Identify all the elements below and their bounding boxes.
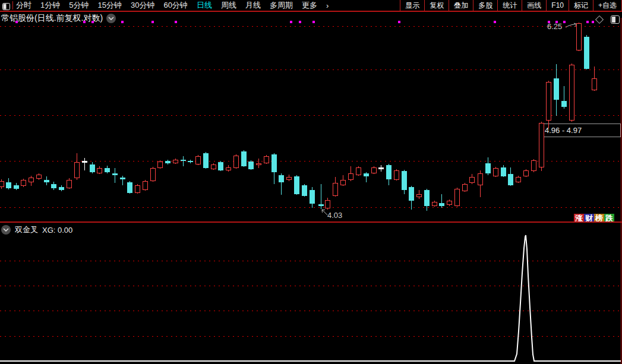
toolbar-button[interactable]: +自选 (593, 0, 622, 11)
candle (0, 181, 4, 187)
signal-marker (563, 21, 566, 23)
period-tab[interactable]: 1分钟 (40, 0, 60, 11)
signal-marker (299, 21, 301, 23)
top-toolbar: 分时1分钟5分钟15分钟30分钟60分钟日线周线月线多周期更多› 显示复权叠加多… (0, 0, 622, 12)
candle (592, 78, 597, 90)
candle (157, 162, 163, 168)
signal-marker (15, 21, 18, 23)
period-tab[interactable]: 5分钟 (69, 0, 89, 11)
candle-wick (115, 168, 115, 183)
candle (318, 204, 324, 206)
candle (67, 180, 72, 188)
candle (508, 174, 513, 185)
candle (378, 167, 384, 169)
candle (576, 23, 582, 50)
candle (14, 185, 19, 189)
toolbar-button[interactable]: 多股 (473, 0, 497, 11)
split-view-icon[interactable] (611, 15, 620, 26)
xg-signal-line (0, 0, 622, 364)
candle (516, 177, 521, 182)
candle (325, 200, 330, 208)
indicator-value: XG: 0.00 (42, 226, 72, 235)
signal-marker (151, 21, 154, 23)
candle (439, 203, 444, 206)
candle (432, 202, 437, 206)
candle (554, 78, 559, 100)
toolbar-button[interactable]: 标记 (569, 0, 593, 11)
candle (226, 167, 231, 170)
panel-divider (0, 221, 622, 223)
period-tab[interactable]: › (326, 1, 329, 10)
signal-marker (83, 21, 86, 23)
candle (539, 123, 544, 167)
candle (203, 153, 209, 168)
period-tab[interactable]: 周线 (221, 0, 236, 11)
gridline (0, 115, 622, 116)
candle (302, 185, 307, 196)
signal-marker (398, 21, 400, 23)
signal-marker (586, 21, 589, 23)
candle (233, 156, 239, 168)
gridline (0, 336, 622, 337)
indicator-header: 双金叉 XG: 0.00 (1, 224, 72, 235)
candle (51, 184, 56, 188)
indicator-name: 双金叉 (15, 224, 38, 235)
candle (531, 160, 536, 171)
gridline (0, 26, 622, 27)
title-row: 常铝股份(日线.前复权.对数) (1, 13, 116, 24)
period-tab[interactable]: 分时 (16, 0, 31, 11)
candle (394, 170, 399, 180)
period-tab[interactable]: 更多 (302, 0, 317, 11)
price-range-tooltip: 4.96 - 4.97 (539, 124, 621, 137)
candle (340, 180, 346, 185)
candle (90, 164, 95, 172)
period-tab[interactable]: 多周期 (270, 0, 293, 11)
candle (127, 182, 132, 193)
period-tab[interactable]: 日线 (197, 0, 212, 11)
toolbar-button[interactable]: 统计 (497, 0, 522, 11)
candle (584, 37, 589, 69)
toolbar-button[interactable]: 显示 (400, 0, 424, 11)
candle (478, 173, 483, 185)
chart-right-border (621, 18, 621, 364)
candle (173, 160, 178, 163)
toolbar-button[interactable]: 复权 (424, 0, 449, 11)
toolbar-button[interactable]: F10 (546, 0, 569, 11)
candle (409, 187, 414, 201)
candle (546, 82, 551, 121)
candle (264, 156, 269, 163)
candle (59, 187, 64, 190)
period-tab[interactable]: 月线 (245, 0, 261, 11)
period-tab[interactable]: 30分钟 (131, 0, 154, 11)
toolbar-button[interactable]: 画线 (522, 0, 546, 11)
candle (493, 168, 498, 176)
gridline (0, 161, 622, 162)
candle (424, 190, 430, 206)
period-tab[interactable]: 15分钟 (97, 0, 121, 11)
candle (21, 180, 26, 186)
signal-marker (121, 21, 124, 23)
candle (143, 181, 148, 190)
candle (44, 180, 49, 182)
gridline (0, 207, 622, 208)
layout-toggle-icon[interactable] (2, 2, 10, 9)
candle (150, 168, 156, 181)
candle (462, 184, 468, 191)
candle (256, 163, 261, 165)
candle (286, 177, 292, 180)
candle (188, 161, 193, 162)
gridline (0, 311, 622, 311)
candle (364, 173, 369, 176)
candle (356, 167, 361, 175)
chevron-down-icon[interactable] (1, 225, 11, 235)
period-tab[interactable]: 60分钟 (163, 0, 187, 11)
chevron-down-icon[interactable] (106, 14, 116, 23)
diamond-marker-icon[interactable] (594, 14, 605, 27)
candle (279, 175, 284, 182)
candle-wick (84, 158, 85, 170)
candle (105, 168, 110, 172)
candle (469, 177, 475, 183)
toolbar-button[interactable]: 叠加 (449, 0, 473, 11)
candle (501, 167, 506, 176)
candle (371, 167, 377, 173)
